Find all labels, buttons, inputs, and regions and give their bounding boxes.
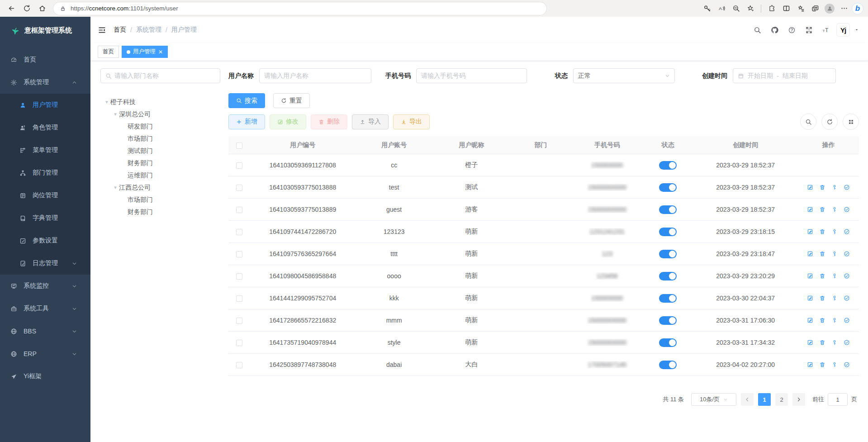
status-toggle[interactable]: [659, 272, 677, 280]
sidebar-item-系统监控[interactable]: 系统监控: [0, 275, 90, 297]
add-to-collection-button[interactable]: [808, 2, 822, 15]
search-button[interactable]: 搜索: [228, 93, 265, 108]
show-search-button[interactable]: [800, 114, 816, 130]
status-toggle[interactable]: [659, 361, 677, 369]
tree-node-橙子科技[interactable]: ▾橙子科技: [100, 96, 220, 108]
export-button[interactable]: 导出: [393, 114, 430, 129]
username-input[interactable]: 请输入用户名称: [259, 68, 371, 83]
op-check-icon[interactable]: [844, 317, 850, 323]
row-checkbox[interactable]: [236, 251, 242, 257]
status-toggle[interactable]: [659, 250, 677, 258]
collapse-sidebar-icon[interactable]: [98, 26, 106, 34]
row-checkbox[interactable]: [236, 273, 242, 280]
op-check-icon[interactable]: [844, 184, 850, 190]
op-check-icon[interactable]: [844, 295, 850, 301]
dept-search-input[interactable]: 请输入部门名称: [100, 68, 220, 83]
op-check-icon[interactable]: [844, 251, 850, 257]
add-button[interactable]: 新增: [228, 114, 265, 129]
favorite-add-button[interactable]: [744, 2, 757, 15]
row-checkbox[interactable]: [236, 295, 242, 302]
edit-icon[interactable]: [807, 339, 813, 346]
font-size-button[interactable]: TT: [819, 23, 833, 37]
goto-page-input[interactable]: 1: [828, 393, 848, 406]
op-check-icon[interactable]: [844, 228, 850, 235]
op-key-icon[interactable]: [831, 339, 838, 346]
github-button[interactable]: [768, 23, 781, 37]
tree-node-市场部门[interactable]: 市场部门: [100, 194, 220, 206]
row-checkbox[interactable]: [236, 318, 242, 324]
phone-input[interactable]: 请输入手机号码: [416, 68, 527, 83]
sidebar-item-参数设置[interactable]: 参数设置: [0, 229, 90, 252]
trash-icon[interactable]: [819, 206, 825, 213]
op-check-icon[interactable]: [844, 206, 850, 213]
row-checkbox[interactable]: [236, 362, 242, 368]
fullscreen-button[interactable]: [802, 23, 816, 37]
row-checkbox[interactable]: [236, 162, 242, 169]
op-key-icon[interactable]: [831, 251, 838, 257]
reload-button[interactable]: [20, 2, 33, 15]
tab-用户管理[interactable]: 用户管理✕: [122, 46, 168, 58]
op-check-icon[interactable]: [844, 361, 850, 368]
avatar[interactable]: Yj: [836, 23, 850, 37]
edit-icon[interactable]: [807, 228, 813, 235]
sidebar-item-BBS[interactable]: BBS: [0, 320, 90, 342]
sidebar-item-Yi框架[interactable]: Yi框架: [0, 365, 90, 388]
op-key-icon[interactable]: [831, 184, 838, 190]
collections-button[interactable]: [794, 2, 807, 15]
sidebar-item-ERP[interactable]: ERP: [0, 342, 90, 365]
page-button-1[interactable]: 1: [758, 393, 771, 406]
status-toggle[interactable]: [659, 161, 677, 170]
op-check-icon[interactable]: [844, 273, 850, 279]
status-select[interactable]: 正常: [573, 68, 675, 83]
sidebar-item-部门管理[interactable]: 部门管理: [0, 162, 90, 184]
next-page-button[interactable]: [792, 393, 805, 406]
close-icon[interactable]: ✕: [158, 49, 163, 55]
tab-首页[interactable]: 首页: [98, 46, 119, 58]
status-toggle[interactable]: [659, 205, 677, 214]
op-key-icon[interactable]: [831, 295, 838, 301]
status-toggle[interactable]: [659, 316, 677, 325]
sidebar-item-日志管理[interactable]: 日志管理: [0, 252, 90, 275]
op-key-icon[interactable]: [831, 206, 838, 213]
prev-page-button[interactable]: [741, 393, 754, 406]
address-bar[interactable]: https://ccnetcore.com:1101/system/user: [53, 2, 546, 15]
tree-node-财务部门[interactable]: 财务部门: [100, 157, 220, 169]
reset-button[interactable]: 重置: [273, 93, 310, 108]
key-button[interactable]: [700, 2, 714, 15]
split-screen-button[interactable]: [779, 2, 793, 15]
search-button[interactable]: [750, 23, 764, 37]
trash-icon[interactable]: [819, 273, 825, 279]
status-toggle[interactable]: [659, 228, 677, 236]
edit-icon[interactable]: [807, 317, 813, 323]
trash-icon[interactable]: [819, 228, 825, 235]
tree-node-财务部门[interactable]: 财务部门: [100, 206, 220, 218]
tree-node-江西总公司[interactable]: ▾江西总公司: [100, 181, 220, 194]
edit-icon[interactable]: [807, 361, 813, 368]
row-checkbox[interactable]: [236, 185, 242, 191]
tree-node-测试部门[interactable]: 测试部门: [100, 145, 220, 157]
page-size-select[interactable]: 10条/页: [691, 393, 736, 406]
import-button[interactable]: 导入: [352, 114, 389, 129]
trash-icon[interactable]: [819, 295, 825, 301]
row-checkbox[interactable]: [236, 207, 242, 213]
trash-icon[interactable]: [819, 251, 825, 257]
caret-down-icon[interactable]: [854, 28, 859, 32]
edit-icon[interactable]: [807, 273, 813, 279]
breadcrumb-item[interactable]: 首页: [114, 26, 126, 34]
tree-expand-caret[interactable]: ▾: [112, 111, 119, 117]
sidebar-item-角色管理[interactable]: 角色管理: [0, 116, 90, 139]
edit-icon[interactable]: [807, 184, 813, 190]
tree-node-研发部门[interactable]: 研发部门: [100, 120, 220, 133]
tree-node-市场部门[interactable]: 市场部门: [100, 133, 220, 145]
edit-icon[interactable]: [807, 295, 813, 301]
back-button[interactable]: [5, 2, 18, 15]
trash-icon[interactable]: [819, 184, 825, 190]
edit-icon[interactable]: [807, 206, 813, 213]
page-button-2[interactable]: 2: [775, 393, 788, 406]
sidebar-item-岗位管理[interactable]: 岗位管理: [0, 184, 90, 207]
sidebar-item-字典管理[interactable]: 字典管理: [0, 207, 90, 229]
status-toggle[interactable]: [659, 294, 677, 303]
sidebar-item-菜单管理[interactable]: 菜单管理: [0, 139, 90, 162]
trash-icon[interactable]: [819, 317, 825, 323]
sidebar-item-系统工具[interactable]: 系统工具: [0, 297, 90, 320]
